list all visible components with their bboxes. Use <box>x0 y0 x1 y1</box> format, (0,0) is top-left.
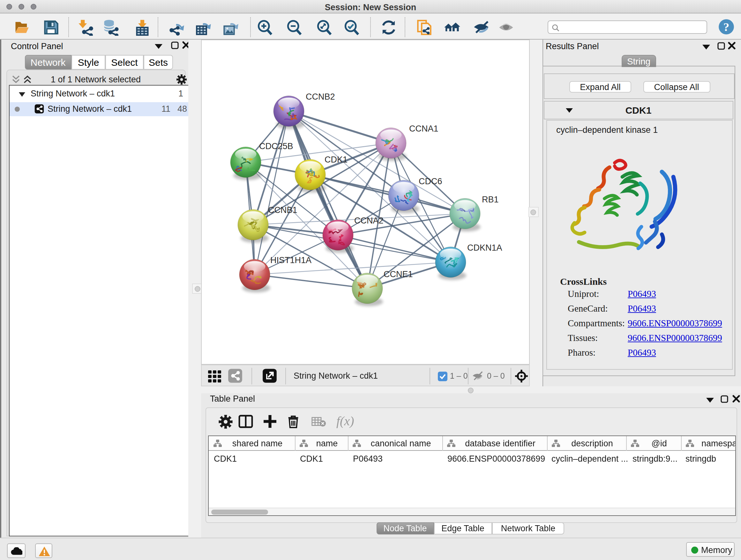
svg-text:CCNE1: CCNE1 <box>384 269 413 279</box>
svg-text:?: ? <box>724 20 729 34</box>
svg-text:CCNB1: CCNB1 <box>268 205 297 215</box>
svg-text:CDC6: CDC6 <box>419 177 442 186</box>
svg-text:CDC25B: CDC25B <box>259 141 293 151</box>
svg-text:HIST1H1A: HIST1H1A <box>270 255 312 265</box>
svg-text:CDK1: CDK1 <box>325 155 347 165</box>
svg-text:CDKN1A: CDKN1A <box>467 243 502 253</box>
svg-text:CCNA2: CCNA2 <box>354 216 384 226</box>
svg-text:CCNB2: CCNB2 <box>306 92 335 102</box>
svg-text:CCNA1: CCNA1 <box>409 124 439 133</box>
svg-text:RB1: RB1 <box>482 195 499 204</box>
